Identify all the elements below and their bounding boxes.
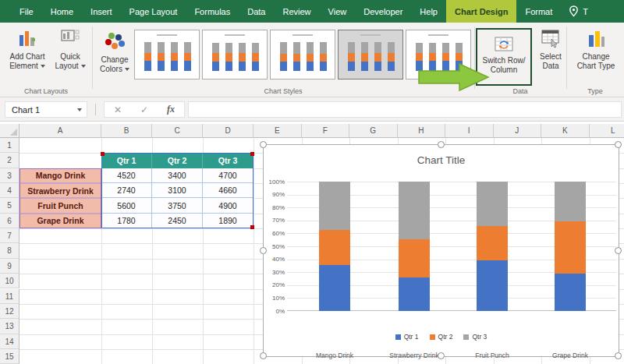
table-value-cell[interactable]: 4660 (203, 183, 254, 198)
bar-segment-qtr-3[interactable] (399, 182, 430, 239)
menu-tab-home[interactable]: Home (42, 0, 82, 23)
cancel-icon[interactable]: ✕ (114, 104, 122, 115)
insert-function-icon[interactable]: fx (167, 104, 175, 115)
chart-object[interactable]: Chart Title 0%10%20%30%40%50%60%70%80%90… (263, 144, 619, 357)
table-value-cell[interactable]: 1890 (203, 214, 254, 228)
bar-segment-qtr-1[interactable] (319, 265, 350, 311)
chart-selection-handle[interactable] (438, 352, 445, 359)
row-header-12[interactable]: 12 (0, 304, 20, 319)
row-header-5[interactable]: 5 (0, 198, 20, 213)
chart-style-thumbnail[interactable] (202, 30, 268, 80)
menu-tab-file[interactable]: File (11, 0, 42, 23)
row-header-14[interactable]: 14 (0, 334, 20, 349)
row-header-8[interactable]: 8 (0, 243, 20, 258)
menu-tab-insert[interactable]: Insert (82, 0, 121, 23)
table-row-label[interactable]: Fruit Punch (20, 198, 101, 213)
column-header-B[interactable]: B (101, 124, 152, 138)
chart-selection-handle[interactable] (615, 141, 622, 148)
quick-layout-button[interactable]: Quick Layout (51, 27, 89, 71)
column-header-D[interactable]: D (203, 124, 254, 138)
chart-selection-handle[interactable] (260, 141, 267, 148)
menu-tab-view[interactable]: View (320, 0, 356, 23)
select-data-button[interactable]: Select Data (535, 27, 566, 71)
chart-style-thumbnail[interactable] (270, 30, 335, 80)
menu-tab-format[interactable]: Format (516, 0, 561, 23)
enter-icon[interactable]: ✓ (140, 104, 148, 115)
chart-style-thumbnail[interactable] (134, 30, 200, 80)
change-colors-button[interactable]: Change Colors (97, 30, 133, 74)
menu-tab-help[interactable]: Help (411, 0, 446, 23)
chart-style-thumbnail[interactable] (338, 30, 403, 80)
table-row-label[interactable]: Mango Drink (20, 168, 101, 183)
bar-segment-qtr-2[interactable] (555, 221, 586, 273)
row-header-13[interactable]: 13 (0, 319, 20, 334)
bar-segment-qtr-2[interactable] (399, 239, 430, 277)
bar-segment-qtr-3[interactable] (319, 182, 350, 230)
chart-selection-handle[interactable] (260, 352, 267, 359)
table-value-cell[interactable]: 3400 (152, 168, 203, 183)
row-header-9[interactable]: 9 (0, 259, 20, 274)
table-value-cell[interactable]: 4700 (203, 168, 254, 183)
column-header-A[interactable]: A (20, 124, 101, 138)
table-header-cell[interactable]: Qtr 2 (152, 153, 203, 168)
bar-segment-qtr-1[interactable] (399, 277, 430, 311)
bar-segment-qtr-2[interactable] (319, 230, 350, 265)
bar-segment-qtr-3[interactable] (477, 182, 508, 226)
chart-selection-handle[interactable] (615, 352, 622, 359)
chart-selection-handle[interactable] (438, 141, 445, 148)
row-header-4[interactable]: 4 (0, 183, 20, 198)
legend-item[interactable]: Qtr 2 (430, 333, 453, 341)
legend-item[interactable]: Qtr 3 (463, 333, 487, 341)
chart-selection-handle[interactable] (615, 247, 622, 254)
menu-tab-chart-design[interactable]: Chart Design (446, 0, 516, 23)
column-header-F[interactable]: F (302, 124, 350, 138)
menu-tab-review[interactable]: Review (274, 0, 319, 23)
menu-tab-developer[interactable]: Developer (355, 0, 411, 23)
column-header-H[interactable]: H (398, 124, 446, 138)
bar-segment-qtr-3[interactable] (555, 182, 586, 221)
table-value-cell[interactable]: 2740 (101, 183, 152, 198)
table-row-label[interactable]: Grape Drink (20, 214, 101, 228)
table-value-cell[interactable]: 5600 (101, 198, 152, 213)
formula-input[interactable] (188, 101, 622, 118)
row-header-10[interactable]: 10 (0, 274, 20, 288)
column-header-L[interactable]: L (590, 124, 624, 138)
column-header-I[interactable]: I (445, 124, 494, 138)
select-all-corner[interactable] (0, 124, 20, 138)
menu-tab-page-layout[interactable]: Page Layout (121, 0, 186, 23)
column-header-J[interactable]: J (494, 124, 542, 138)
row-header-6[interactable]: 6 (0, 214, 20, 228)
tell-me[interactable]: T (561, 0, 588, 23)
row-header-2[interactable]: 2 (0, 153, 20, 168)
chart-legend[interactable]: Qtr 1Qtr 2Qtr 3 (264, 333, 619, 341)
bar-segment-qtr-1[interactable] (477, 260, 508, 311)
change-chart-type-button[interactable]: Change Chart Type (569, 27, 622, 71)
row-header-7[interactable]: 7 (0, 228, 20, 243)
name-box-dropdown-icon[interactable] (77, 108, 82, 111)
table-header-cell[interactable]: Qtr 3 (203, 153, 254, 168)
table-value-cell[interactable]: 2450 (152, 214, 203, 228)
column-header-K[interactable]: K (541, 124, 590, 138)
bar-segment-qtr-2[interactable] (477, 226, 508, 260)
row-header-3[interactable]: 3 (0, 168, 20, 183)
chart-selection-handle[interactable] (260, 247, 267, 254)
table-row-label[interactable]: Strawberry Drink (20, 183, 101, 198)
column-header-C[interactable]: C (152, 124, 203, 138)
table-value-cell[interactable]: 3100 (152, 183, 203, 198)
column-header-E[interactable]: E (254, 124, 302, 138)
legend-item[interactable]: Qtr 1 (395, 333, 419, 341)
add-chart-element-button[interactable]: Add Chart Element (6, 27, 48, 71)
menu-tab-formulas[interactable]: Formulas (186, 0, 239, 23)
table-value-cell[interactable]: 4520 (101, 168, 152, 183)
menu-tab-data[interactable]: Data (239, 0, 274, 23)
spreadsheet-grid[interactable]: Qtr 1Qtr 2Qtr 3Mango Drink452034004700St… (0, 124, 624, 364)
table-value-cell[interactable]: 3750 (152, 198, 203, 213)
row-header-1[interactable]: 1 (0, 138, 20, 153)
chart-title[interactable]: Chart Title (264, 154, 619, 166)
table-header-cell[interactable]: Qtr 1 (101, 153, 152, 168)
bar-segment-qtr-1[interactable] (555, 274, 586, 311)
row-header-15[interactable]: 15 (0, 349, 20, 364)
table-value-cell[interactable]: 4900 (203, 198, 254, 213)
name-box[interactable]: Chart 1 (5, 101, 87, 118)
table-value-cell[interactable]: 1780 (101, 214, 152, 228)
